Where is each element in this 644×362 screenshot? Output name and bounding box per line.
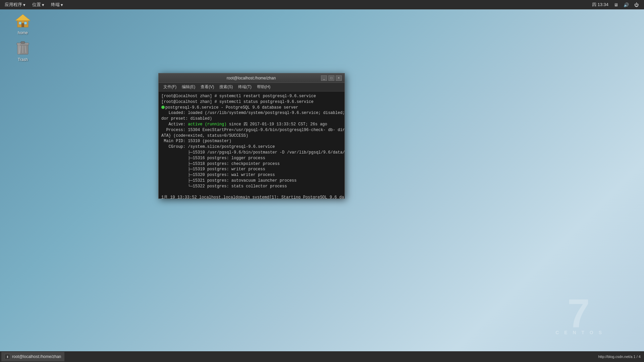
menu-help[interactable]: 帮助(H) <box>254 83 273 90</box>
terminal-line-6: Process: 15304 ExecStartPre=/usr/pgsql-9… <box>161 127 342 133</box>
taskbar-top: 应用程序 ▾ 位置 ▾ 终端 ▾ 四 13:34 🖥 🔊 ⏻ <box>0 0 644 9</box>
centos-watermark: 7 C E N T O S <box>555 293 604 335</box>
terminal-app-label: root@localhost:/home/zhan <box>12 354 61 359</box>
terminal-line-14: ├─15320 postgres: wal writer process <box>161 172 342 178</box>
volume-icon: 🔊 <box>622 2 630 7</box>
terminal-controls: _ □ × <box>321 75 342 81</box>
menu-file[interactable]: 文件(F) <box>161 83 179 90</box>
terminal-menubar: 文件(F) 编辑(E) 查看(V) 搜索(S) 终端(T) 帮助(H) <box>159 83 344 92</box>
terminal-body[interactable]: [root@localhost zhan] # systemctl restar… <box>159 92 344 198</box>
terminal-line-10: ├─15310 /usr/pgsql-9.6/bin/postmaster -D… <box>161 150 342 156</box>
terminal-line-17 <box>161 189 342 195</box>
terminal-line-7: ATA} (code=exited, status=0/SUCCESS) <box>161 133 342 139</box>
menu-edit[interactable]: 编辑(E) <box>179 83 198 90</box>
terminal-line-0: [root@localhost zhan] # systemctl restar… <box>161 94 342 99</box>
taskbar-bottom-right: http://blog.csdn.net/a 1 / 4 <box>598 355 644 359</box>
svg-marker-3 <box>15 14 30 20</box>
home-folder-icon[interactable]: home <box>9 13 36 36</box>
clock: 四 13:34 <box>591 2 610 8</box>
svg-rect-2 <box>21 23 24 27</box>
terminal-line-3: Loaded: loaded (/usr/lib/systemd/system/… <box>161 110 342 116</box>
trash-icon-image <box>15 40 31 56</box>
menu-places[interactable]: 位置 ▾ <box>30 1 47 8</box>
terminal-line-11: ├─15316 postgres: logger process <box>161 156 342 161</box>
terminal-line-5: Active: active (running) since 四 2017-01… <box>161 122 342 127</box>
svg-rect-12 <box>17 44 20 54</box>
terminal-line-18: 1月 19 13:33:52 localhost.localdomain sys… <box>161 195 342 198</box>
terminal-line-4: dor preset: disabled) <box>161 116 342 122</box>
terminal-line-8: Main PID: 15310 (postmaster) <box>161 138 342 144</box>
trash-icon[interactable]: Trash <box>9 40 36 62</box>
status-dot <box>161 106 165 109</box>
taskbar-top-right: 四 13:34 🖥 🔊 ⏻ <box>591 2 644 8</box>
svg-rect-8 <box>21 42 25 44</box>
terminal-line-9: CGroup: /system.slice/postgresql-9.6.ser… <box>161 144 342 150</box>
taskbar-bottom-left: ▮ root@localhost:/home/zhan <box>0 352 64 361</box>
terminal-taskbar-app[interactable]: ▮ root@localhost:/home/zhan <box>1 352 64 361</box>
power-icon: ⏻ <box>633 2 640 7</box>
terminal-line-12: ├─15318 postgres: checkpointer process <box>161 161 342 167</box>
close-button[interactable]: × <box>336 75 342 81</box>
terminal-window: root@localhost:/home/zhan _ □ × 文件(F) 编辑… <box>158 73 345 199</box>
taskbar-top-left: 应用程序 ▾ 位置 ▾ 终端 ▾ <box>0 1 66 8</box>
menu-view[interactable]: 查看(V) <box>198 83 217 90</box>
terminal-titlebar: root@localhost:/home/zhan _ □ × <box>159 73 344 83</box>
taskbar-bottom-info: http://blog.csdn.net/a 1 / 4 <box>598 355 641 359</box>
menu-search[interactable]: 搜索(S) <box>217 83 235 90</box>
taskbar-bottom: ▮ root@localhost:/home/zhan http://blog.… <box>0 351 644 362</box>
menu-terminal[interactable]: 终端(T) <box>235 83 254 90</box>
active-status: active (running) <box>188 122 226 127</box>
terminal-app-icon: ▮ <box>5 354 10 359</box>
screen-icon: 🖥 <box>612 2 620 7</box>
terminal-title: root@localhost:/home/zhan <box>181 76 321 80</box>
terminal-line-15: ├─15321 postgres: autovacuum launcher pr… <box>161 178 342 184</box>
svg-rect-4 <box>19 22 21 24</box>
svg-rect-5 <box>24 22 27 24</box>
minimize-button[interactable]: _ <box>321 75 327 81</box>
maximize-button[interactable]: □ <box>328 75 334 81</box>
menu-terminal[interactable]: 终端 ▾ <box>48 1 66 8</box>
menu-applications[interactable]: 应用程序 ▾ <box>2 1 28 8</box>
centos-number: 7 <box>555 293 604 333</box>
terminal-line-2: postgresql-9.6.service - PostgreSQL 9.6 … <box>161 105 342 111</box>
centos-text: C E N T O S <box>555 330 604 335</box>
trash-icon-label: Trash <box>16 57 29 62</box>
terminal-line-1: [root@localhost zhan] # systemctl status… <box>161 99 342 105</box>
terminal-line-13: ├─15319 postgres: writer process <box>161 167 342 172</box>
terminal-line-16: └─15322 postgres: stats collector proces… <box>161 184 342 189</box>
home-icon-image <box>15 13 31 29</box>
home-icon-label: home <box>16 30 29 36</box>
